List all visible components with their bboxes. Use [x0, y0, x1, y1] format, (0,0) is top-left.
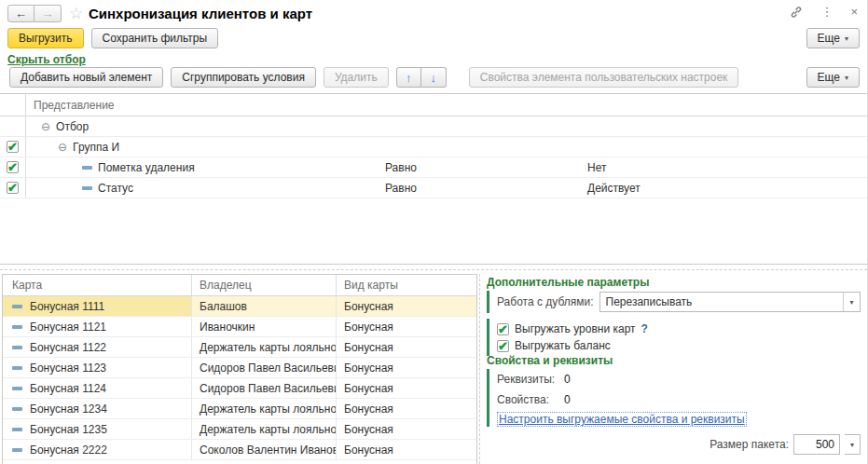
- sync-clients-cards-window: ← → ☆ Синхронизация клиентов и карт ⋮ × …: [0, 0, 868, 464]
- more-menu-icon[interactable]: ⋮: [820, 5, 833, 19]
- forward-button[interactable]: →: [34, 5, 62, 22]
- cards-table-header: Карта Владелец Вид карты: [3, 275, 476, 296]
- params-panel: Дополнительные параметры Работа с дублям…: [486, 274, 864, 464]
- table-row[interactable]: Бонусная 1123 Сидоров Павел Васильевич Б…: [3, 358, 476, 378]
- check-icon: ✔: [7, 182, 18, 194]
- table-row[interactable]: Бонусная 2222 Соколов Валентин Иванович …: [3, 440, 476, 460]
- command-bar: Выгрузить Сохранить фильтры Еще▾: [7, 28, 860, 48]
- export-balance-checkbox-row[interactable]: ✔ Выгружать баланс: [497, 337, 648, 354]
- tree-collapse-icon[interactable]: ⊖: [58, 141, 67, 154]
- export-button[interactable]: Выгрузить: [7, 28, 84, 48]
- item-dash-icon: [12, 428, 22, 431]
- add-element-button[interactable]: Добавить новый элемент: [9, 67, 163, 88]
- group-conditions-button[interactable]: Сгруппировать условия: [171, 67, 316, 88]
- combobox-dropdown-icon[interactable]: ▾: [843, 293, 860, 311]
- table-row[interactable]: Бонусная 1122 Держатель карты лояльност.…: [3, 337, 476, 358]
- favorite-star-icon[interactable]: ☆: [69, 4, 83, 23]
- help-icon[interactable]: ?: [641, 322, 648, 335]
- get-link-icon[interactable]: [790, 6, 803, 19]
- checkbox-group: ✔ Выгружать уровни карт ? ✔ Выгружать ба…: [487, 319, 648, 356]
- value-cell: Нет: [587, 161, 606, 174]
- packet-size-row: Размер пакета: ▾: [710, 434, 861, 455]
- duplicates-value: Перезаписывать: [600, 295, 843, 308]
- column-header-card[interactable]: Карта: [3, 275, 192, 295]
- filter-row-otbor[interactable]: ⊖ Отбор: [0, 116, 867, 137]
- export-balance-checkbox[interactable]: ✔: [497, 340, 509, 352]
- row-checkbox[interactable]: ✔: [7, 161, 19, 173]
- duplicates-combobox[interactable]: Перезаписывать ▾: [599, 292, 861, 312]
- table-row[interactable]: Бонусная 1124 Сидоров Павел Васильевич Б…: [3, 378, 476, 399]
- export-balance-label: Выгружать баланс: [515, 339, 611, 352]
- requisites-label: Реквизиты:: [497, 373, 564, 386]
- export-levels-checkbox-row[interactable]: ✔ Выгружать уровни карт ?: [497, 321, 648, 337]
- window-header: ← → ☆ Синхронизация клиентов и карт ⋮ ×: [0, 0, 867, 26]
- check-icon: ✔: [498, 323, 508, 335]
- configure-props-link[interactable]: Настроить выгружаемые свойства и реквизи…: [497, 412, 747, 427]
- back-arrow-icon: ←: [15, 7, 27, 20]
- more-button-filter[interactable]: Еще▾: [806, 67, 860, 88]
- column-header-kind[interactable]: Вид карты: [337, 279, 476, 292]
- back-button[interactable]: ←: [7, 5, 34, 22]
- page-title: Синхронизация клиентов и карт: [89, 6, 312, 21]
- table-row[interactable]: Бонусная 1111 Балашов Бонусная: [3, 296, 476, 317]
- move-down-button[interactable]: ↓: [421, 67, 447, 88]
- packet-dropdown-icon[interactable]: ▾: [845, 434, 861, 455]
- hide-filter-link[interactable]: Скрыть отбор: [7, 53, 86, 66]
- filter-row-status[interactable]: ✔ Статус Равно Действует: [0, 178, 867, 198]
- more-button-top[interactable]: Еще▾: [806, 28, 860, 48]
- condition-cell: Равно: [385, 161, 417, 174]
- export-levels-label: Выгружать уровни карт: [515, 322, 636, 335]
- table-row[interactable]: Бонусная 1235 Держатель карты лояльност.…: [3, 419, 476, 440]
- packet-size-input[interactable]: [793, 434, 840, 455]
- requisites-count: 0: [564, 373, 571, 386]
- table-row[interactable]: Бонусная 1121 Иваночкин Бонусная: [3, 317, 476, 337]
- item-dash-icon: [82, 186, 92, 190]
- column-header-owner[interactable]: Владелец: [192, 275, 337, 295]
- nav-button-group: ← →: [7, 5, 62, 22]
- close-icon[interactable]: ×: [850, 5, 858, 19]
- filter-table-header: Представление: [0, 94, 867, 116]
- filter-column-header: Представление: [26, 99, 115, 112]
- user-settings-props-button[interactable]: Свойства элемента пользовательских настр…: [469, 67, 739, 88]
- packet-size-label: Размер пакета:: [710, 438, 789, 451]
- item-dash-icon: [12, 448, 22, 452]
- forward-arrow-icon: →: [42, 7, 54, 20]
- item-dash-icon: [12, 346, 22, 349]
- tree-collapse-icon[interactable]: ⊖: [41, 120, 50, 133]
- item-dash-icon: [12, 407, 22, 411]
- duplicates-label: Работа с дублями:: [497, 295, 594, 308]
- export-levels-checkbox[interactable]: ✔: [497, 323, 509, 335]
- duplicates-row: Работа с дублями: Перезаписывать ▾: [487, 291, 861, 313]
- check-icon: ✔: [7, 161, 18, 173]
- check-icon: ✔: [498, 340, 508, 352]
- item-dash-icon: [82, 166, 92, 170]
- additional-params-title: Дополнительные параметры: [487, 276, 649, 289]
- item-dash-icon: [12, 305, 22, 308]
- caret-down-icon: ▾: [845, 34, 848, 43]
- filter-row-group[interactable]: ✔ ⊖ Группа И: [0, 137, 867, 157]
- caret-down-icon: ▾: [845, 74, 848, 82]
- props-requisites-group: Реквизиты: 0 Свойства: 0 Настроить выгру…: [487, 369, 747, 427]
- row-checkbox[interactable]: ✔: [7, 141, 19, 153]
- item-dash-icon: [12, 366, 22, 370]
- condition-cell: Равно: [385, 182, 417, 195]
- check-icon: ✔: [7, 141, 18, 153]
- delete-button[interactable]: Удалить: [324, 67, 389, 88]
- vertical-splitter[interactable]: [479, 274, 480, 464]
- properties-count: 0: [564, 393, 571, 406]
- filter-row-deletion-mark[interactable]: ✔ Пометка удаления Равно Нет: [0, 157, 867, 178]
- move-up-button[interactable]: ↑: [396, 67, 421, 88]
- table-row[interactable]: Бонусная 1234 Держатель карты лояльност.…: [3, 399, 476, 419]
- save-filters-button[interactable]: Сохранить фильтры: [91, 28, 219, 48]
- arrow-up-icon: ↑: [406, 71, 412, 85]
- cards-table: Карта Владелец Вид карты Бонусная 1111 Б…: [2, 274, 477, 464]
- filter-table: Представление ⊖ Отбор ✔ ⊖ Группа И ✔ Пом…: [0, 93, 867, 265]
- filter-toolbar: Добавить новый элемент Сгруппировать усл…: [9, 67, 860, 88]
- value-cell: Действует: [587, 182, 641, 195]
- item-dash-icon: [12, 387, 22, 390]
- item-dash-icon: [12, 325, 22, 329]
- arrow-down-icon: ↓: [431, 71, 437, 85]
- row-checkbox[interactable]: ✔: [7, 182, 19, 194]
- horizontal-splitter[interactable]: [0, 269, 867, 270]
- props-requisites-title: Свойства и реквизиты: [487, 354, 613, 367]
